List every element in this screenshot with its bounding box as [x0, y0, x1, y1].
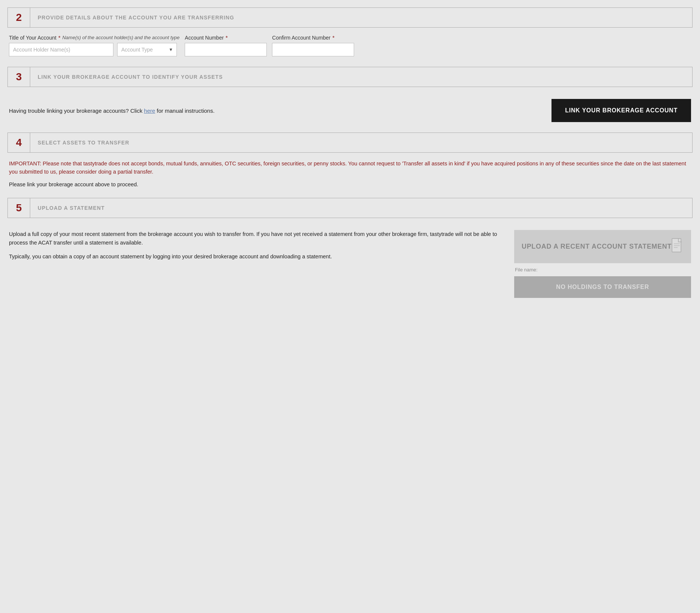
section-3-content: Having trouble linking your brokerage ac… [7, 87, 693, 126]
important-notice: IMPORTANT: Please note that tastytrade d… [9, 159, 691, 176]
upload-para-1: Upload a full copy of your most recent s… [9, 230, 507, 247]
upload-right: UPLOAD A RECENT ACCOUNT STATEMENT File n… [514, 230, 691, 298]
title-subtitle: Name(s) of the account holder(s) and the… [62, 35, 179, 40]
section-5-number: 5 [8, 198, 30, 218]
upload-left: Upload a full copy of your most recent s… [9, 230, 507, 267]
account-holder-input[interactable] [9, 43, 113, 56]
account-number-label-text: Account Number [185, 35, 224, 41]
section-3: 3 LINK YOUR BROKERAGE ACCOUNT TO IDENTIF… [7, 67, 693, 126]
svg-rect-0 [672, 239, 681, 252]
section-2-content: Title of Your Account * Name(s) of the a… [7, 28, 693, 60]
section-2-title: PROVIDE DETAILS ABOUT THE ACCOUNT YOU AR… [30, 9, 242, 26]
upload-para-2: Typically, you can obtain a copy of an a… [9, 252, 507, 261]
title-inputs: Account Type ▼ [9, 43, 179, 56]
account-number-group: Account Number * [185, 34, 267, 56]
link-brokerage-text: Having trouble linking your brokerage ac… [9, 108, 215, 114]
account-number-required: * [226, 34, 228, 41]
trouble-text-after: for manual instructions. [155, 108, 215, 114]
section-4-header: 4 SELECT ASSETS TO TRANSFER [7, 133, 693, 153]
section-5-header: 5 UPLOAD A STATEMENT [7, 198, 693, 218]
file-icon [672, 238, 684, 255]
title-label-text: Title of Your Account [9, 35, 56, 41]
section-5: 5 UPLOAD A STATEMENT Upload a full copy … [7, 198, 693, 302]
file-name-label: File name: [514, 267, 691, 273]
section-3-title: LINK YOUR BROKERAGE ACCOUNT TO IDENTIFY … [30, 69, 230, 85]
link-brokerage-row: Having trouble linking your brokerage ac… [9, 94, 691, 122]
section-4-number: 4 [8, 133, 30, 152]
section-2-header: 2 PROVIDE DETAILS ABOUT THE ACCOUNT YOU … [7, 7, 693, 28]
account-type-wrapper: Account Type ▼ [117, 43, 177, 56]
account-number-input[interactable] [185, 43, 267, 56]
section-4: 4 SELECT ASSETS TO TRANSFER IMPORTANT: P… [7, 133, 693, 191]
confirm-account-group: Confirm Account Number * [272, 34, 354, 56]
section-4-title: SELECT ASSETS TO TRANSFER [30, 134, 137, 151]
account-type-select[interactable]: Account Type [117, 43, 177, 56]
section-3-header: 3 LINK YOUR BROKERAGE ACCOUNT TO IDENTIF… [7, 67, 693, 87]
upload-btn-text: UPLOAD A RECENT ACCOUNT STATEMENT [522, 242, 672, 251]
upload-row: Upload a full copy of your most recent s… [9, 225, 691, 298]
title-field-group: Title of Your Account * Name(s) of the a… [9, 34, 179, 56]
account-fields: Title of Your Account * Name(s) of the a… [9, 34, 691, 56]
title-label: Title of Your Account * Name(s) of the a… [9, 34, 179, 41]
section-4-content: IMPORTANT: Please note that tastytrade d… [7, 153, 693, 191]
proceed-text: Please link your brokerage account above… [9, 181, 691, 187]
confirm-account-label-text: Confirm Account Number [272, 35, 330, 41]
upload-statement-button[interactable]: UPLOAD A RECENT ACCOUNT STATEMENT [514, 230, 691, 263]
confirm-account-required: * [332, 34, 335, 41]
account-number-label: Account Number * [185, 34, 267, 41]
section-3-number: 3 [8, 67, 30, 87]
trouble-text-before: Having trouble linking your brokerage ac… [9, 108, 144, 114]
no-holdings-button[interactable]: NO HOLDINGS TO TRANSFER [514, 276, 691, 298]
section-5-title: UPLOAD A STATEMENT [30, 200, 112, 216]
title-required: * [58, 34, 60, 41]
link-brokerage-button[interactable]: LINK YOUR BROKERAGE ACCOUNT [551, 99, 691, 122]
section-5-content: Upload a full copy of your most recent s… [7, 218, 693, 302]
section-2: 2 PROVIDE DETAILS ABOUT THE ACCOUNT YOU … [7, 7, 693, 60]
confirm-account-input[interactable] [272, 43, 354, 56]
section-2-number: 2 [8, 8, 30, 27]
confirm-account-label: Confirm Account Number * [272, 34, 354, 41]
here-link[interactable]: here [144, 108, 155, 114]
